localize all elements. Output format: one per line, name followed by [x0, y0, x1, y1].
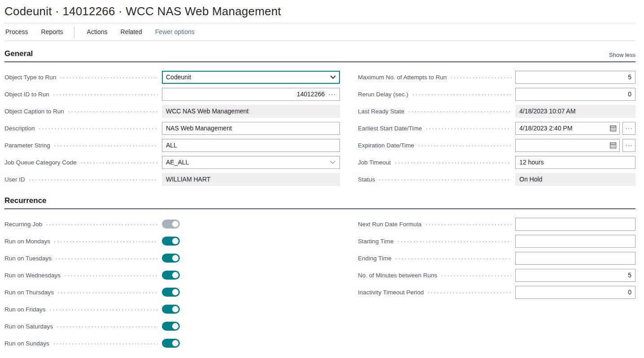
field-row-minutes-between-runs: No. of Minutes between Runs 5	[358, 267, 635, 284]
menu-item-process[interactable]: Process	[5, 28, 28, 35]
dotted-leader	[52, 343, 158, 345]
field-row-last-ready-state: Last Ready State 4/18/2023 10:07 AM	[358, 103, 635, 120]
toggle-knob	[172, 272, 178, 278]
toggle-knob	[172, 340, 178, 346]
field-label: Run on Saturdays	[4, 323, 53, 330]
action-menu-bar: Process Reports Actions Related Fewer op…	[4, 23, 635, 41]
field-row-max-attempts: Maximum No. of Attempts to Run 5	[358, 69, 635, 86]
toggle-knob	[172, 323, 178, 329]
field-label: Parameter String	[4, 142, 50, 149]
field-row-run-on-fridays: Run on Fridays	[4, 301, 340, 318]
field-label: No. of Minutes between Runs	[358, 272, 437, 279]
toggle-knob	[172, 306, 178, 312]
job-timeout-input[interactable]: 12 hours	[515, 156, 635, 169]
field-label: Inactivity Timeout Period	[358, 289, 424, 296]
expiration-datetime-input[interactable]	[515, 139, 620, 152]
dotted-leader	[28, 179, 158, 181]
assist-edit-icon[interactable]: ···	[328, 91, 336, 98]
general-section-header: General Show less	[4, 49, 635, 62]
title-bar: Codeunit · 14012266 · WCC NAS Web Manage…	[4, 0, 635, 23]
field-label: Run on Sundays	[4, 340, 49, 347]
chevron-down-icon[interactable]	[330, 160, 336, 164]
run-on-fridays-toggle[interactable]	[162, 305, 180, 314]
dotted-leader	[450, 77, 511, 78]
earliest-start-datetime-input[interactable]: 4/18/2023 2:40 PM	[515, 122, 620, 135]
field-row-expiration: Expiration Date/Time ···	[358, 137, 635, 154]
field-label: Description	[4, 125, 35, 132]
dotted-leader	[378, 179, 511, 181]
recurring-job-toggle[interactable]	[162, 220, 180, 229]
toggle-knob	[172, 255, 178, 261]
field-row-recurring-job: Recurring Job	[4, 216, 340, 233]
description-input[interactable]: NAS Web Management	[162, 122, 340, 135]
recurrence-right-column: Next Run Date Formula Starting Time	[358, 216, 635, 352]
field-row-starting-time: Starting Time	[358, 233, 635, 250]
field-row-job-queue-category-code: Job Queue Category Code AE_ALL	[4, 154, 340, 171]
run-on-mondays-toggle[interactable]	[162, 237, 180, 246]
minutes-between-runs-input[interactable]: 5	[515, 269, 635, 282]
assist-edit-button[interactable]: ···	[622, 139, 635, 152]
assist-edit-button[interactable]: ···	[622, 122, 635, 135]
dotted-leader	[55, 258, 158, 259]
run-on-wednesdays-toggle[interactable]	[162, 271, 180, 280]
menu-item-reports[interactable]: Reports	[41, 28, 63, 35]
show-less-link[interactable]: Show less	[609, 52, 635, 58]
run-on-tuesdays-toggle[interactable]	[162, 254, 180, 263]
dotted-leader	[408, 111, 511, 112]
toggle-knob	[172, 289, 178, 295]
field-row-run-on-tuesdays: Run on Tuesdays	[4, 250, 340, 267]
field-label: Starting Time	[358, 238, 394, 245]
object-id-input[interactable]: 14012266 ···	[162, 88, 340, 101]
dotted-leader	[45, 224, 158, 225]
field-label: Object ID to Run	[4, 91, 49, 98]
run-on-sundays-toggle[interactable]	[162, 339, 180, 348]
run-on-saturdays-toggle[interactable]	[162, 322, 180, 331]
dotted-leader	[57, 292, 158, 293]
parameter-string-input[interactable]: ALL	[162, 139, 340, 152]
field-label: Object Caption to Run	[4, 108, 64, 115]
dotted-leader	[53, 145, 158, 147]
recurrence-section-header: Recurrence	[4, 196, 635, 209]
field-row-run-on-saturdays: Run on Saturdays	[4, 318, 340, 335]
field-label: Earliest Start Date/Time	[358, 125, 422, 132]
menu-item-related[interactable]: Related	[121, 28, 142, 35]
calendar-icon[interactable]	[609, 125, 617, 132]
field-label: Last Ready State	[358, 108, 405, 115]
object-type-select[interactable]: Codeunit	[162, 71, 340, 84]
field-label: User ID	[4, 176, 25, 183]
field-label: Job Queue Category Code	[4, 159, 77, 166]
inactivity-timeout-input[interactable]: 0	[515, 286, 635, 299]
field-row-ending-time: Ending Time	[358, 250, 635, 267]
menu-item-fewer-options[interactable]: Fewer options	[155, 28, 195, 35]
dotted-leader	[53, 241, 158, 242]
recurrence-left-column: Recurring Job Run on Mondays Run on Tues…	[4, 216, 340, 352]
calendar-icon[interactable]	[609, 142, 617, 149]
ending-time-input[interactable]	[515, 252, 635, 265]
field-label: Next Run Date Formula	[358, 221, 422, 228]
job-queue-entry-card: Codeunit · 14012266 · WCC NAS Web Manage…	[0, 0, 644, 358]
dotted-leader	[56, 326, 158, 328]
field-row-description: Description NAS Web Management	[4, 120, 340, 137]
status-readonly: On Hold	[515, 173, 635, 186]
field-label: Run on Wednesdays	[4, 272, 61, 279]
dotted-leader	[52, 94, 158, 95]
max-attempts-input[interactable]: 5	[515, 71, 635, 84]
next-run-date-formula-input[interactable]	[515, 218, 635, 231]
toggle-knob	[172, 221, 178, 227]
field-row-object-caption-to-run: Object Caption to Run WCC NAS Web Manage…	[4, 103, 340, 120]
dotted-leader	[49, 309, 158, 311]
job-queue-category-input[interactable]: AE_ALL	[162, 156, 340, 169]
section-title-general: General	[4, 49, 33, 58]
last-ready-state-readonly: 4/18/2023 10:07 AM	[515, 105, 635, 118]
chevron-down-icon[interactable]	[330, 75, 336, 79]
dotted-leader	[397, 241, 511, 242]
field-row-run-on-wednesdays: Run on Wednesdays	[4, 267, 340, 284]
field-row-run-on-sundays: Run on Sundays	[4, 335, 340, 352]
rerun-delay-input[interactable]: 0	[515, 88, 635, 101]
general-right-column: Maximum No. of Attempts to Run 5 Rerun D…	[358, 69, 635, 188]
menu-divider	[74, 26, 74, 37]
menu-item-actions[interactable]: Actions	[87, 28, 108, 35]
run-on-thursdays-toggle[interactable]	[162, 288, 180, 297]
dotted-leader	[38, 128, 158, 129]
starting-time-input[interactable]	[515, 235, 635, 248]
